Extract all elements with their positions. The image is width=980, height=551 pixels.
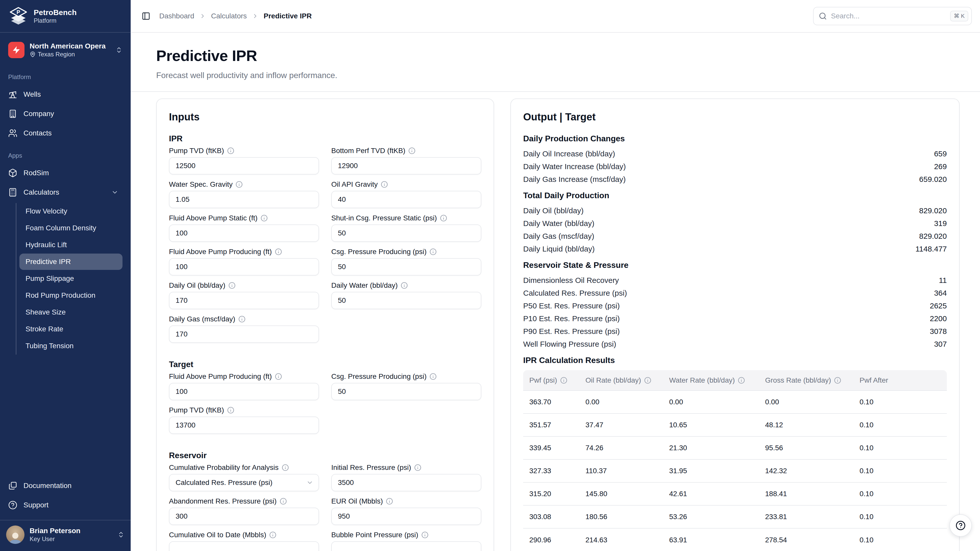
sidebar-item-label: Company — [24, 110, 54, 118]
oil-api-gravity-input[interactable] — [331, 191, 481, 208]
sidebar-item-flow-velocity[interactable]: Flow Velocity — [19, 203, 123, 219]
water-spec-gravity-input[interactable] — [169, 191, 319, 208]
help-fab-button[interactable] — [950, 514, 972, 537]
output-value: 2625 — [930, 302, 947, 310]
fluid-above-pump-producing-input[interactable] — [169, 258, 319, 275]
info-icon[interactable] — [269, 531, 277, 538]
sidebar-item-sheave-size[interactable]: Sheave Size — [19, 304, 123, 321]
sidebar-item-documentation[interactable]: Documentation — [4, 476, 127, 495]
info-icon[interactable] — [408, 147, 415, 154]
info-icon[interactable] — [738, 377, 745, 384]
sidebar-item-calculators[interactable]: Calculators — [4, 183, 127, 202]
info-icon[interactable] — [834, 377, 841, 384]
field-label: Abandonment Res. Pressure (psi) — [169, 497, 277, 506]
output-group: Daily Production Changes Daily Oil Incre… — [523, 134, 947, 186]
info-icon[interactable] — [430, 373, 437, 380]
org-switcher[interactable]: North American Opera Texas Region — [4, 38, 127, 62]
field-label: Daily Gas (mscf/day) — [169, 315, 235, 324]
lightning-icon — [12, 45, 21, 55]
cumulative-probability-select[interactable]: Calculated Res. Pressure (psi) — [169, 474, 319, 491]
search-box[interactable]: ⌘ K — [813, 7, 972, 25]
field: Fluid Above Pump Producing (ft) — [169, 248, 319, 275]
bottom-perf-tvd-input[interactable] — [331, 157, 481, 175]
output-label: P10 Est. Res. Pressure (psi) — [523, 314, 620, 323]
eur-oil-input[interactable] — [331, 508, 481, 525]
target-pump-tvd-input[interactable] — [169, 416, 319, 434]
sidebar-toggle-button[interactable] — [139, 9, 153, 23]
field: Cumulative Probability for Analysis Calc… — [169, 463, 319, 491]
output-row: Daily Oil Increase (bbl/day)659 — [523, 148, 947, 160]
daily-oil-input[interactable] — [169, 292, 319, 309]
sidebar-item-support[interactable]: Support — [4, 496, 127, 514]
field-label: EUR Oil (Mbbls) — [331, 497, 383, 506]
abandonment-res-pressure-input[interactable] — [169, 508, 319, 525]
sidebar-item-company[interactable]: Company — [4, 105, 127, 123]
sidebar-item-rodsim[interactable]: RodSim — [4, 164, 127, 182]
sidebar-item-pump-slippage[interactable]: Pump Slippage — [19, 270, 123, 287]
sidebar-item-stroke-rate[interactable]: Stroke Rate — [19, 321, 123, 337]
sidebar-item-rod-pump-production[interactable]: Rod Pump Production — [19, 287, 123, 303]
field: Fluid Above Pump Producing (ft) — [169, 372, 319, 400]
target-fluid-above-pump-producing-input[interactable] — [169, 383, 319, 400]
sidebar-item-foam-column-density[interactable]: Foam Column Density — [19, 220, 123, 236]
daily-water-input[interactable] — [331, 292, 481, 309]
sidebar-item-contacts[interactable]: Contacts — [4, 124, 127, 142]
sidebar-item-hydraulic-lift[interactable]: Hydraulic Lift — [19, 237, 123, 253]
output-label: P90 Est. Res. Pressure (psi) — [523, 327, 620, 336]
col-pwf: Pwf (psi) — [523, 370, 579, 391]
chevrons-up-down-icon — [118, 531, 124, 538]
info-icon[interactable] — [414, 464, 422, 471]
pump-tvd-input[interactable] — [169, 157, 319, 175]
field-label: Bottom Perf TVD (ftKB) — [331, 146, 405, 155]
breadcrumb-calculators[interactable]: Calculators — [211, 12, 247, 20]
search-input[interactable] — [831, 12, 946, 20]
sidebar: P PetroBench Platform North American Ope… — [0, 0, 130, 551]
ipr-results-table-wrap[interactable]: Pwf (psi) Oil Rate (bbl/day) Water Rate … — [523, 370, 947, 551]
info-icon[interactable] — [228, 282, 235, 289]
info-icon[interactable] — [275, 248, 282, 256]
cumulative-oil-to-date-input[interactable] — [169, 541, 319, 551]
info-icon[interactable] — [381, 181, 388, 188]
shut-in-csg-pressure-static-input[interactable] — [331, 224, 481, 242]
info-icon[interactable] — [560, 377, 567, 384]
info-icon[interactable] — [275, 373, 282, 380]
output-value: 829.020 — [919, 206, 947, 215]
info-icon[interactable] — [235, 181, 243, 188]
section-label-platform: Platform — [8, 73, 123, 81]
panel-left-icon — [142, 12, 150, 21]
ipr-results-title: IPR Calculation Results — [523, 356, 947, 365]
info-icon[interactable] — [440, 214, 447, 222]
info-icon[interactable] — [261, 214, 268, 222]
breadcrumb-dashboard[interactable]: Dashboard — [159, 12, 194, 20]
building-icon — [8, 109, 18, 118]
info-icon[interactable] — [282, 464, 289, 471]
csg-pressure-producing-input[interactable] — [331, 258, 481, 275]
sidebar-item-label: Calculators — [24, 188, 59, 197]
group-title: Total Daily Production — [523, 191, 947, 200]
map-pin-icon — [30, 51, 36, 57]
initial-res-pressure-input[interactable] — [331, 474, 481, 491]
info-icon[interactable] — [227, 147, 234, 154]
sidebar-item-tubing-tension[interactable]: Tubing Tension — [19, 338, 123, 354]
bubble-point-pressure-input[interactable] — [331, 541, 481, 551]
breadcrumb-current: Predictive IPR — [264, 12, 312, 20]
sidebar-item-wells[interactable]: Wells — [4, 85, 127, 103]
output-row: Calculated Res. Pressure (psi)364 — [523, 287, 947, 300]
info-icon[interactable] — [227, 407, 234, 414]
fluid-above-pump-static-input[interactable] — [169, 224, 319, 242]
info-icon[interactable] — [386, 498, 393, 505]
daily-gas-input[interactable] — [169, 326, 319, 343]
field-label: Pump TVD (ftKB) — [169, 406, 224, 414]
field: Cumulative Oil to Date (Mbbls) — [169, 530, 319, 551]
user-menu[interactable]: Brian Peterson Key User — [0, 520, 130, 551]
info-icon[interactable] — [280, 498, 287, 505]
info-icon[interactable] — [239, 316, 245, 323]
field-label: Daily Water (bbl/day) — [331, 281, 398, 290]
sidebar-item-predictive-ipr[interactable]: Predictive IPR — [19, 254, 123, 270]
target-csg-pressure-producing-input[interactable] — [331, 383, 481, 400]
info-icon[interactable] — [422, 531, 428, 538]
sidebar-item-label: Contacts — [24, 129, 52, 137]
info-icon[interactable] — [644, 377, 651, 384]
info-icon[interactable] — [401, 282, 408, 289]
info-icon[interactable] — [430, 248, 437, 256]
